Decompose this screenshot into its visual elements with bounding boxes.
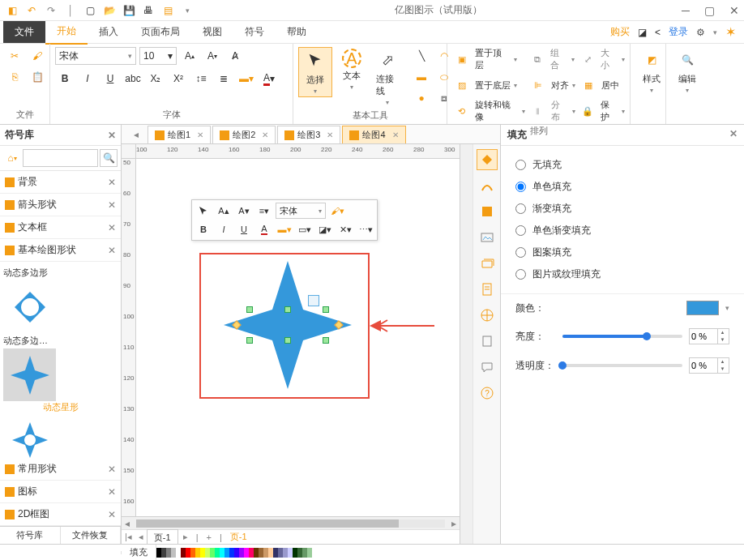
strike-button[interactable]: abc <box>123 70 143 88</box>
font-name-select[interactable]: 宋体▾ <box>55 47 136 65</box>
drawing-page[interactable]: A▴ A▾ ≡▾ 宋体▾ 🖌▾ B I U A ▬ <box>136 159 460 516</box>
connector-tool[interactable]: ⬀ 连接线 ▾ <box>371 47 404 108</box>
float-shadow-icon[interactable]: ◪▾ <box>316 221 334 237</box>
copy-icon[interactable]: ⎘ <box>5 68 24 86</box>
category-basic-shapes[interactable]: 基本绘图形状✕ <box>0 239 121 262</box>
color-swatch[interactable] <box>686 301 719 315</box>
fill-opt-gradient[interactable]: 渐变填充 <box>515 198 729 220</box>
align-label[interactable]: 对齐 <box>551 79 569 92</box>
home-icon[interactable]: ⌂▾ <box>3 149 21 167</box>
shrink-font-icon[interactable]: A▾ <box>203 47 222 65</box>
rotate-icon[interactable]: ⟲ <box>452 102 472 120</box>
distribute-label[interactable]: 分布 <box>551 99 569 123</box>
float-shrink-font-icon[interactable]: A▾ <box>235 203 253 219</box>
tab-symbol[interactable]: 符号 <box>233 20 276 44</box>
circle-tool-icon[interactable]: ● <box>412 89 431 107</box>
page-add-icon[interactable]: + <box>202 532 216 542</box>
rotate-label[interactable]: 旋转和镜像 <box>475 99 519 123</box>
brightness-spinner[interactable]: ▲▼ <box>689 328 729 344</box>
center-icon[interactable]: ▦ <box>579 76 598 94</box>
bottom-tab-recover[interactable]: 文件恢复 <box>61 527 122 544</box>
size-label[interactable]: 大小 <box>601 47 618 71</box>
buy-link[interactable]: 购买 <box>610 25 630 39</box>
maximize-button[interactable]: ▢ <box>704 4 715 17</box>
close-button[interactable]: ✕ <box>729 4 739 17</box>
qat-more-icon[interactable]: ▾ <box>180 3 195 18</box>
save-icon[interactable]: 💾 <box>122 3 136 18</box>
paste2-icon[interactable]: 📋 <box>28 68 47 86</box>
bullets-button[interactable]: ≣ <box>214 70 233 88</box>
minimize-button[interactable]: ─ <box>682 4 690 17</box>
superscript-button[interactable]: X² <box>169 70 188 88</box>
opacity-spinner[interactable]: ▲▼ <box>689 357 729 374</box>
float-align-icon[interactable]: ≡▾ <box>255 203 273 219</box>
group-icon[interactable]: ⧉ <box>528 50 548 68</box>
tab-scroll-left-icon[interactable]: ◂ <box>126 126 146 143</box>
vertical-scrollbar[interactable] <box>460 144 472 544</box>
rstrip-fill-icon[interactable] <box>477 149 498 170</box>
float-fontcolor-icon[interactable]: A <box>255 221 273 237</box>
tab-view[interactable]: 视图 <box>191 20 233 44</box>
float-font-select[interactable]: 宋体▾ <box>276 203 326 219</box>
doc-tab-2[interactable]: 绘图2✕ <box>212 126 276 143</box>
file-menu-button[interactable]: 文件 <box>3 21 45 43</box>
bring-front-icon[interactable]: ▣ <box>452 50 472 68</box>
font-color-button[interactable]: A▾ <box>259 70 279 88</box>
send-back-icon[interactable]: ▨ <box>452 76 472 94</box>
rstrip-shadow-icon[interactable] <box>477 201 498 222</box>
redo-icon[interactable]: ↷ <box>44 3 58 18</box>
bring-front-label[interactable]: 置于顶层 <box>475 47 511 71</box>
export-icon[interactable]: ▤ <box>160 3 175 18</box>
underline-button[interactable]: U <box>100 70 120 88</box>
distribute-icon[interactable]: ⦀ <box>528 102 548 120</box>
fill-opt-texture[interactable]: 图片或纹理填充 <box>515 263 729 285</box>
new-icon[interactable]: ▢ <box>83 3 97 18</box>
highlight-button[interactable]: ▬▾ <box>237 70 256 88</box>
search-icon[interactable]: 🔍 <box>100 149 118 167</box>
float-line-icon[interactable]: ▭▾ <box>296 221 314 237</box>
paste-icon[interactable]: ✂ <box>5 47 24 65</box>
select-tool[interactable]: 选择 ▾ <box>298 47 332 97</box>
category-textbox[interactable]: 文本框✕ <box>0 216 121 239</box>
rect-tool-icon[interactable]: ▬ <box>412 68 431 86</box>
rstrip-page-icon[interactable] <box>477 279 498 300</box>
send-back-label[interactable]: 置于底层 <box>475 79 511 92</box>
align-icon[interactable]: ⊫ <box>528 76 548 94</box>
bottom-tab-library[interactable]: 符号库 <box>0 527 61 544</box>
center-label[interactable]: 居中 <box>601 79 619 92</box>
doc-tab-3[interactable]: 绘图3✕ <box>277 126 340 143</box>
undo-icon[interactable]: ↶ <box>24 3 39 18</box>
lock-icon[interactable]: 🔒 <box>579 102 598 120</box>
italic-button[interactable]: I <box>78 70 97 88</box>
fill-panel-close-icon[interactable]: ✕ <box>729 128 738 142</box>
bold-button[interactable]: B <box>55 70 75 88</box>
float-tools-icon[interactable]: ✕▾ <box>336 221 354 237</box>
rstrip-comment-icon[interactable] <box>477 357 498 378</box>
float-cursor-icon[interactable] <box>195 203 212 219</box>
rstrip-image-icon[interactable] <box>477 227 498 248</box>
clear-format-icon[interactable]: A̷ <box>225 47 245 65</box>
share2-icon[interactable]: < <box>655 27 661 38</box>
shape-dynamic-star[interactable] <box>3 348 56 401</box>
shape-poly-diamond[interactable] <box>3 280 56 333</box>
font-size-select[interactable]: 10▾ <box>139 47 177 65</box>
brush-icon[interactable]: 🖌 <box>28 47 47 65</box>
horizontal-scrollbar[interactable]: ◂ ▸ <box>122 516 460 529</box>
page-tab[interactable]: 页-1 <box>147 529 178 545</box>
tab-help[interactable]: 帮助 <box>276 20 318 44</box>
login-link[interactable]: 登录 <box>669 25 688 39</box>
page-next-icon[interactable]: ▸ <box>178 532 193 542</box>
brightness-slider[interactable] <box>562 335 682 338</box>
tab-page-layout[interactable]: 页面布局 <box>130 20 191 44</box>
print-icon[interactable]: 🖶 <box>141 3 156 18</box>
panel-close-icon[interactable]: ✕ <box>108 130 116 141</box>
float-grow-font-icon[interactable]: A▴ <box>215 203 233 219</box>
text-placeholder-icon[interactable] <box>308 295 319 306</box>
fill-opt-solid-gradient[interactable]: 单色渐变填充 <box>515 220 729 242</box>
float-fill-icon[interactable]: ▬▾ <box>276 221 293 237</box>
float-bold-icon[interactable]: B <box>195 221 212 237</box>
category-2d-block[interactable]: 2D框图✕ <box>0 503 121 526</box>
category-icons[interactable]: 图标✕ <box>0 481 121 503</box>
rstrip-globe-icon[interactable] <box>477 305 498 326</box>
group-label[interactable]: 组合 <box>550 47 568 71</box>
